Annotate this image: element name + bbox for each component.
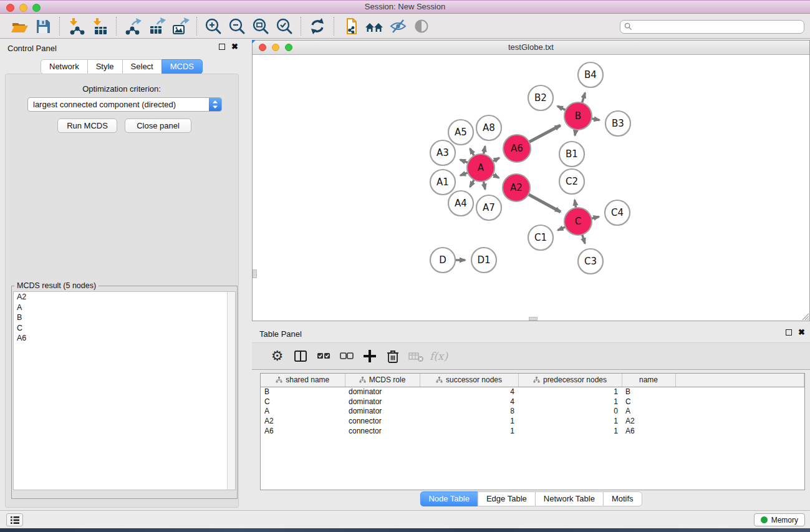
cell-successor_nodes[interactable]: 8 bbox=[420, 406, 518, 416]
maximize-window-button[interactable] bbox=[32, 4, 41, 12]
tab-node-table[interactable]: Node Table bbox=[420, 491, 478, 506]
minimize-window-button[interactable] bbox=[19, 4, 27, 12]
cell-predecessor_nodes[interactable]: 1 bbox=[518, 397, 622, 407]
zoom-selected-button[interactable] bbox=[272, 16, 296, 37]
cell-mcds_role[interactable]: dominator bbox=[345, 387, 420, 397]
close-panel-button[interactable]: Close panel bbox=[125, 118, 191, 133]
duplicate-network-button[interactable] bbox=[339, 16, 362, 37]
cell-mcds_role[interactable]: connector bbox=[345, 416, 420, 426]
delete-table-button[interactable] bbox=[404, 346, 427, 367]
open-session-button[interactable] bbox=[7, 16, 31, 37]
network-maximize-button[interactable] bbox=[285, 44, 292, 51]
cell-shared_name[interactable]: A6 bbox=[261, 426, 345, 436]
run-mcds-button[interactable]: Run MCDS bbox=[57, 118, 117, 133]
import-table-button[interactable] bbox=[88, 16, 112, 37]
mcds-result-item[interactable]: A6 bbox=[14, 333, 235, 344]
hide-glasses-button[interactable] bbox=[386, 16, 410, 37]
cell-successor_nodes[interactable]: 1 bbox=[420, 416, 518, 426]
export-network-button[interactable] bbox=[121, 16, 145, 37]
optimization-criterion-select[interactable]: largest connected component (directed) bbox=[27, 97, 222, 112]
float-panel-icon[interactable] bbox=[786, 329, 792, 336]
table-row[interactable]: A2connector11A2 bbox=[261, 416, 804, 426]
export-table-button[interactable] bbox=[145, 16, 168, 37]
refresh-button[interactable] bbox=[306, 16, 329, 37]
mcds-result-list[interactable]: A2ABCA6 bbox=[13, 291, 236, 490]
table-row[interactable]: Cdominator41C bbox=[261, 397, 804, 407]
import-network-button[interactable] bbox=[64, 16, 88, 37]
cell-predecessor_nodes[interactable]: 1 bbox=[518, 387, 622, 397]
cell-mcds_role[interactable]: dominator bbox=[345, 397, 420, 407]
table-settings-button[interactable]: ⚙ bbox=[266, 346, 289, 367]
column-header-name[interactable]: name bbox=[622, 374, 675, 387]
mcds-result-item[interactable]: C bbox=[14, 323, 235, 334]
add-column-button[interactable] bbox=[358, 346, 381, 367]
tab-edge-table[interactable]: Edge Table bbox=[478, 491, 536, 506]
cell-successor_nodes[interactable]: 4 bbox=[420, 387, 518, 397]
float-panel-icon[interactable] bbox=[219, 44, 225, 50]
mcds-result-item[interactable]: B bbox=[14, 312, 235, 323]
table-row[interactable]: Bdominator41B bbox=[261, 387, 804, 397]
zoom-fit-button[interactable] bbox=[249, 16, 272, 37]
cell-mcds_role[interactable]: connector bbox=[345, 426, 420, 436]
graph-edge-A2-C[interactable] bbox=[528, 194, 561, 212]
vertical-scrollbar-thumb[interactable] bbox=[253, 269, 257, 278]
delete-button[interactable] bbox=[381, 346, 404, 367]
network-canvas[interactable]: B4B2BB3A5A8A6B1A3AA1C2A2A4A7C4CC1DD1C3 bbox=[253, 55, 809, 321]
column-header-predecessor-nodes[interactable]: predecessor nodes bbox=[518, 374, 622, 387]
task-history-button[interactable] bbox=[6, 513, 23, 526]
table-row[interactable]: A6connector11A6 bbox=[261, 426, 804, 436]
save-session-button[interactable] bbox=[31, 16, 55, 37]
zoom-in-button[interactable] bbox=[201, 16, 225, 37]
zoom-out-button[interactable] bbox=[225, 16, 249, 37]
column-header-MCDS-role[interactable]: MCDS role bbox=[345, 374, 420, 387]
cell-successor_nodes[interactable]: 1 bbox=[420, 426, 518, 436]
tab-network-table[interactable]: Network Table bbox=[535, 491, 604, 506]
cell-empty bbox=[675, 416, 804, 426]
tab-style[interactable]: Style bbox=[87, 59, 123, 74]
mcds-result-item[interactable]: A bbox=[14, 302, 235, 313]
export-image-button[interactable] bbox=[168, 16, 192, 37]
function-builder-button[interactable]: f(x) bbox=[427, 346, 450, 367]
tab-motifs[interactable]: Motifs bbox=[603, 491, 642, 506]
horizontal-scrollbar-thumb[interactable] bbox=[529, 317, 538, 321]
cell-shared_name[interactable]: A2 bbox=[261, 416, 345, 426]
select-all-button[interactable] bbox=[312, 346, 335, 367]
tab-network[interactable]: Network bbox=[41, 59, 88, 74]
cell-shared_name[interactable]: A bbox=[261, 406, 345, 416]
tab-mcds[interactable]: MCDS bbox=[162, 59, 203, 74]
cell-name[interactable]: B bbox=[622, 387, 675, 397]
tab-select[interactable]: Select bbox=[122, 59, 162, 74]
cell-successor_nodes[interactable]: 4 bbox=[420, 397, 518, 407]
cell-predecessor_nodes[interactable]: 1 bbox=[518, 426, 622, 436]
cell-name[interactable]: C bbox=[622, 397, 675, 407]
network-close-button[interactable] bbox=[259, 44, 266, 51]
cell-name[interactable]: A2 bbox=[622, 416, 675, 426]
cell-name[interactable]: A6 bbox=[622, 426, 675, 436]
cell-predecessor_nodes[interactable]: 1 bbox=[518, 416, 622, 426]
show-eye-button[interactable] bbox=[410, 16, 433, 37]
control-panel-tabs: NetworkStyleSelectMCDS bbox=[41, 59, 203, 74]
cell-mcds_role[interactable]: dominator bbox=[345, 406, 420, 416]
cell-shared_name[interactable]: C bbox=[261, 397, 345, 407]
cell-shared_name[interactable]: B bbox=[261, 387, 345, 397]
network-minimize-button[interactable] bbox=[272, 44, 279, 51]
column-header-shared-name[interactable]: shared name bbox=[261, 374, 345, 387]
graph-edge-A6-B[interactable] bbox=[528, 125, 561, 143]
column-header-empty bbox=[675, 374, 804, 387]
close-panel-icon[interactable]: ✖ bbox=[798, 329, 805, 336]
cell-name[interactable]: A bbox=[622, 406, 675, 416]
home-button[interactable] bbox=[362, 16, 386, 37]
mcds-result-item[interactable]: A2 bbox=[14, 292, 235, 302]
result-list-scrollbar[interactable] bbox=[227, 292, 235, 490]
deselect-all-button[interactable] bbox=[335, 346, 358, 367]
cell-predecessor_nodes[interactable]: 0 bbox=[518, 406, 622, 416]
column-layout-button[interactable] bbox=[289, 346, 312, 367]
memory-button[interactable]: Memory bbox=[754, 513, 805, 526]
cell-empty bbox=[675, 387, 804, 397]
close-window-button[interactable] bbox=[6, 4, 14, 12]
resize-grip[interactable] bbox=[800, 311, 809, 320]
table-row[interactable]: Adominator80A bbox=[261, 406, 804, 416]
close-panel-icon[interactable]: ✖ bbox=[231, 44, 238, 50]
column-header-successor-nodes[interactable]: successor nodes bbox=[420, 374, 518, 387]
search-input[interactable] bbox=[620, 20, 804, 34]
